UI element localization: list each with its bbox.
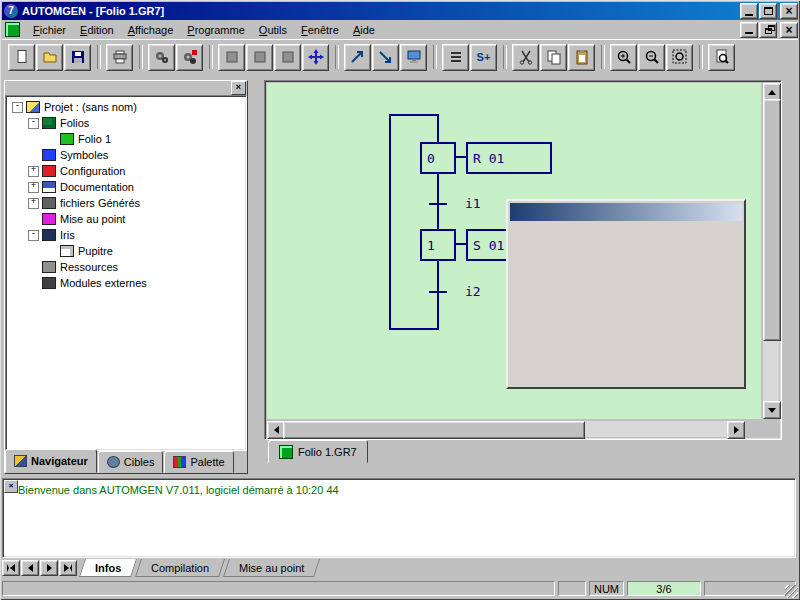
tree-item-configuration[interactable]: + Configuration bbox=[6, 163, 246, 179]
tree-item-label: Folios bbox=[60, 117, 89, 129]
tab-folio-1-gr7[interactable]: Folio 1.GR7 bbox=[268, 440, 368, 463]
list-button[interactable] bbox=[442, 44, 469, 71]
tree-item-mise-au-point[interactable]: Mise au point bbox=[6, 211, 246, 227]
step-number: 0 bbox=[427, 151, 435, 166]
tree-item-projet[interactable]: - Projet : (sans nom) bbox=[6, 99, 246, 115]
tab-compilation[interactable]: Compilation bbox=[135, 559, 225, 577]
menu-fichier[interactable]: Fichier bbox=[26, 22, 73, 38]
menu-outils[interactable]: Outils bbox=[252, 22, 294, 38]
cut-button[interactable] bbox=[512, 44, 539, 71]
tab-infos[interactable]: Infos bbox=[79, 559, 137, 577]
message-panel[interactable]: × Bienvenue dans AUTOMGEN V7.011, logici… bbox=[2, 478, 796, 558]
folios-icon bbox=[42, 117, 56, 129]
tree-item-label: Folio 1 bbox=[78, 133, 111, 145]
menu-edition[interactable]: Edition bbox=[73, 22, 121, 38]
resources-icon bbox=[42, 261, 56, 273]
iris-icon bbox=[42, 229, 56, 241]
zoom-in-button[interactable] bbox=[610, 44, 637, 71]
paste-button[interactable] bbox=[568, 44, 595, 71]
next-page-button[interactable] bbox=[40, 560, 58, 576]
tab-navigateur[interactable]: Navigateur bbox=[5, 449, 97, 473]
tree-item-documentation[interactable]: + Documentation bbox=[6, 179, 246, 195]
scroll-right-button[interactable] bbox=[727, 421, 745, 439]
copy-button[interactable] bbox=[540, 44, 567, 71]
navigator-header[interactable]: × bbox=[5, 81, 247, 94]
child-close-button[interactable]: × bbox=[780, 22, 798, 38]
tab-mise-au-point[interactable]: Mise au point bbox=[223, 559, 320, 577]
first-page-button[interactable] bbox=[2, 560, 20, 576]
collapse-icon[interactable]: - bbox=[28, 230, 39, 241]
horizontal-scroll-thumb[interactable] bbox=[283, 421, 585, 439]
connection-button[interactable] bbox=[400, 44, 427, 71]
grafcet-step-0[interactable]: 0 bbox=[420, 142, 456, 174]
new-button[interactable] bbox=[8, 44, 35, 71]
grafcet-transition-2[interactable] bbox=[429, 291, 447, 293]
grafcet-step-1[interactable]: 1 bbox=[420, 229, 456, 261]
tree-item-symboles[interactable]: Symboles bbox=[6, 147, 246, 163]
execute-go-button[interactable] bbox=[344, 44, 371, 71]
grafcet-action-r01[interactable]: R 01 bbox=[466, 142, 552, 174]
menu-fenetre[interactable]: Fenêtre bbox=[294, 22, 346, 38]
title-bar[interactable]: 7 AUTOMGEN - [Folio 1.GR7] × bbox=[2, 2, 798, 20]
menu-programme[interactable]: Programme bbox=[180, 22, 251, 38]
tree-item-label: Mise au point bbox=[60, 213, 125, 225]
expand-icon[interactable]: + bbox=[28, 182, 39, 193]
last-page-button[interactable] bbox=[59, 560, 77, 576]
tab-cibles[interactable]: Cibles bbox=[98, 451, 164, 473]
tree-item-pupitre[interactable]: Pupitre bbox=[6, 243, 246, 259]
collapse-icon[interactable]: - bbox=[28, 118, 39, 129]
expand-icon[interactable]: + bbox=[28, 166, 39, 177]
tab-palette[interactable]: Palette bbox=[164, 451, 233, 473]
tree-item-modules-externes[interactable]: Modules externes bbox=[6, 275, 246, 291]
floating-window-body[interactable] bbox=[510, 221, 742, 385]
minimize-button[interactable] bbox=[740, 3, 758, 19]
zoom-selection-button[interactable] bbox=[666, 44, 693, 71]
expand-icon[interactable]: + bbox=[28, 198, 39, 209]
message-tab-bar: Infos Compilation Mise au point bbox=[2, 558, 796, 578]
message-panel-close-button[interactable]: × bbox=[4, 480, 18, 493]
vertical-scroll-thumb[interactable] bbox=[763, 99, 781, 341]
grafcet-transition-1[interactable] bbox=[429, 203, 447, 205]
floating-window[interactable] bbox=[506, 199, 746, 389]
menu-affichage[interactable]: Affichage bbox=[121, 22, 181, 38]
collapse-icon[interactable]: - bbox=[12, 102, 23, 113]
module-3-button[interactable] bbox=[274, 44, 301, 71]
tree-item-iris[interactable]: - Iris bbox=[6, 227, 246, 243]
maximize-button[interactable] bbox=[759, 3, 777, 19]
child-minimize-button[interactable] bbox=[740, 22, 758, 38]
tab-label: Navigateur bbox=[31, 455, 88, 467]
horizontal-scrollbar[interactable] bbox=[267, 421, 745, 437]
grafcet-canvas[interactable]: 0 R 01 i1 1 S 01 i2 bbox=[267, 83, 761, 419]
vertical-scrollbar[interactable] bbox=[763, 83, 779, 419]
tree-item-folio-1[interactable]: Folio 1 bbox=[6, 131, 246, 147]
module-2-button[interactable] bbox=[246, 44, 273, 71]
tree-item-fichiers-generes[interactable]: + fichiers Générés bbox=[6, 195, 246, 211]
s-plus-button[interactable]: S+ bbox=[470, 44, 497, 71]
child-restore-button[interactable] bbox=[759, 22, 777, 38]
transition-label[interactable]: i2 bbox=[465, 284, 481, 299]
tree-item-folios[interactable]: - Folios bbox=[6, 115, 246, 131]
menu-aide[interactable]: Aide bbox=[346, 22, 382, 38]
project-tree[interactable]: - Projet : (sans nom) - Folios Folio 1 S… bbox=[5, 95, 247, 451]
compile-button[interactable] bbox=[148, 44, 175, 71]
previous-page-button[interactable] bbox=[21, 560, 39, 576]
save-button[interactable] bbox=[64, 44, 91, 71]
zoom-page-button[interactable] bbox=[708, 44, 735, 71]
navigator-close-button[interactable]: × bbox=[231, 81, 246, 95]
execute-step-button[interactable] bbox=[372, 44, 399, 71]
compile-execute-button[interactable] bbox=[176, 44, 203, 71]
folio-document-icon[interactable] bbox=[5, 22, 20, 37]
module-1-button[interactable] bbox=[218, 44, 245, 71]
scroll-down-button[interactable] bbox=[763, 401, 781, 419]
tree-item-label: Modules externes bbox=[60, 277, 147, 289]
open-button[interactable] bbox=[36, 44, 63, 71]
transition-label[interactable]: i1 bbox=[465, 196, 481, 211]
cut-icon bbox=[518, 49, 534, 65]
floating-window-titlebar[interactable] bbox=[510, 203, 742, 221]
zoom-out-button[interactable] bbox=[638, 44, 665, 71]
print-button[interactable] bbox=[106, 44, 133, 71]
resize-grip[interactable] bbox=[785, 585, 798, 598]
move-cross-button[interactable] bbox=[302, 44, 329, 71]
close-button[interactable]: × bbox=[780, 3, 798, 19]
tree-item-ressources[interactable]: Ressources bbox=[6, 259, 246, 275]
